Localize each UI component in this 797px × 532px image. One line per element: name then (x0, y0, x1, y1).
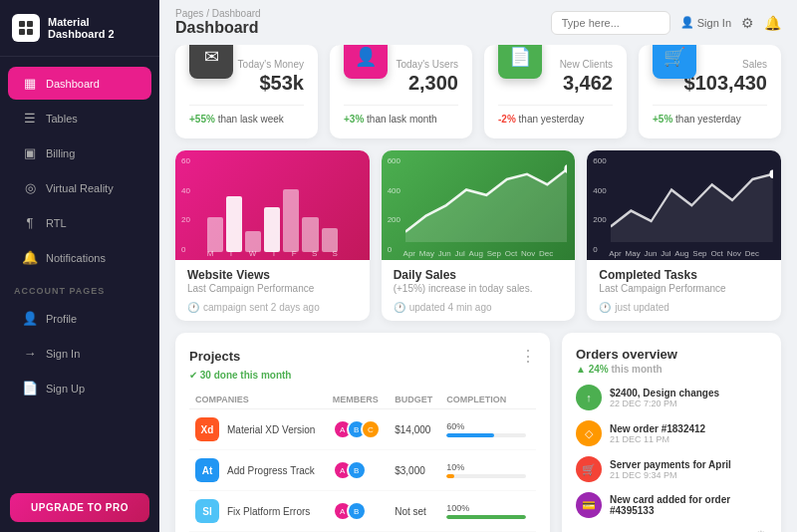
project-row-name: Sl Fix Platform Errors (195, 499, 321, 523)
stat-change-pct: +3% (344, 114, 364, 125)
chart-footer: 🕐 just updated (587, 298, 781, 321)
order-icon: 💳 (576, 492, 602, 518)
col-members: MEMBERS (327, 391, 389, 409)
order-name: New order #1832412 (610, 423, 767, 434)
chart-completed-tasks: 6004002000 AprMayJunJulAugSepOctNovDec C… (587, 150, 781, 321)
settings-icon[interactable]: ⚙ (741, 15, 754, 31)
breadcrumb: Pages / Dashboard (175, 8, 261, 19)
order-item: 🛒 Server payments for April 21 DEC 9:34 … (576, 456, 767, 482)
sidebar-item-dashboard[interactable]: ▦ Dashboard (8, 67, 151, 100)
sidebar-item-rtl[interactable]: ¶ RTL (8, 206, 151, 239)
svg-rect-1 (27, 21, 33, 27)
sidebar-item-profile[interactable]: 👤 Profile (8, 302, 151, 335)
sidebar-item-virtual-reality[interactable]: ◎ Virtual Reality (8, 171, 151, 204)
table-row: Xd Material XD Version ABC $14,000 60% (189, 409, 536, 450)
order-icon: ◇ (576, 420, 602, 446)
clock-icon: 🕐 (394, 302, 405, 313)
progress-bar (446, 474, 526, 478)
sidebar-item-tables[interactable]: ☰ Tables (8, 102, 151, 134)
profile-icon: 👤 (22, 311, 38, 326)
sidebar-item-label: RTL (46, 217, 67, 229)
projects-card: Projects ⋮ ✔ 30 done this month COMPANIE… (175, 333, 550, 532)
table-row: Sl Fix Platform Errors AB Not set 100% (189, 491, 536, 532)
member-avatars: ABC (333, 419, 383, 439)
projects-table: COMPANIES MEMBERS BUDGET COMPLETION Xd M… (189, 391, 536, 532)
stat-change-pct: -2% (498, 114, 516, 125)
order-text: New order #1832412 21 DEC 11 PM (610, 423, 767, 444)
orders-list: ↑ $2400, Design changes 22 DEC 7:20 PM ◇… (576, 385, 767, 518)
signin-link[interactable]: 👤 Sign In (680, 16, 731, 29)
stat-card: 📄 New Clients 3,462 -2% than yesterday (484, 45, 627, 138)
stat-change-pct: +5% (653, 114, 672, 125)
sidebar-item-label: Billing (46, 147, 75, 159)
project-logo: Xd (195, 417, 219, 441)
sidebar-item-label: Sign Up (46, 383, 85, 395)
topbar-left: Pages / Dashboard Dashboard (175, 8, 261, 37)
sidebar-item-billing[interactable]: ▣ Billing (8, 136, 151, 169)
rtl-icon: ¶ (22, 215, 38, 230)
content-area: ✉ Today's Money $53k +55% than lask week… (159, 45, 797, 532)
project-row-name: Xd Material XD Version (195, 417, 321, 441)
order-date: 22 DEC 7:20 PM (610, 399, 767, 408)
sidebar-item-label: Sign In (46, 348, 80, 360)
more-icon[interactable]: ⋮ (520, 347, 536, 366)
progress-fill (446, 474, 454, 478)
clock-icon: 🕐 (599, 302, 611, 313)
progress-bar (446, 515, 526, 519)
sidebar-item-label: Notifications (46, 252, 106, 264)
sidebar-nav: ▦ Dashboard ☰ Tables ▣ Billing ◎ Virtual… (0, 57, 159, 483)
sidebar-item-label: Profile (46, 313, 77, 325)
completion-cell: 10% (440, 450, 536, 491)
stat-card: ✉ Today's Money $53k +55% than lask week (175, 45, 318, 138)
project-name-cell: At Add Progress Track (189, 450, 327, 491)
main-area: Pages / Dashboard Dashboard 👤 Sign In ⚙ … (159, 0, 797, 532)
stat-icon: 👤 (344, 45, 388, 79)
sidebar-item-signup[interactable]: 📄 Sign Up (8, 372, 151, 404)
members-cell: AB (327, 491, 389, 532)
order-name: Server payments for April (610, 459, 767, 470)
vr-icon: ◎ (22, 180, 38, 195)
upgrade-button[interactable]: UPGRADE TO PRO (10, 493, 149, 522)
member-avatars: AB (333, 460, 383, 480)
chart-subtitle: (+15%) increase in today sales. (394, 283, 564, 294)
sidebar-item-signin[interactable]: → Sign In (8, 337, 151, 370)
signin-icon: → (22, 346, 38, 361)
sidebar-item-label: Dashboard (46, 78, 100, 90)
project-name: Fix Platform Errors (227, 506, 310, 517)
stat-icon: 📄 (498, 45, 542, 79)
stat-icon: 🛒 (653, 45, 696, 79)
completion-cell: 100% (440, 491, 536, 532)
order-text: $2400, Design changes 22 DEC 7:20 PM (610, 388, 767, 408)
table-row: At Add Progress Track AB $3,000 10% (189, 450, 536, 491)
page-title: Dashboard (175, 19, 261, 37)
budget-cell: Not set (389, 491, 440, 532)
chart-footer: 🕐 updated 4 min ago (382, 298, 576, 321)
stat-change-text: than lask week (218, 114, 284, 125)
account-section-label: ACCOUNT PAGES (0, 276, 159, 300)
chart-subtitle: Last Campaign Performance (187, 283, 358, 294)
chart-website-views: 6040200 MTWTFSS (175, 150, 370, 321)
notification-bell-icon[interactable]: 🔔 (764, 15, 781, 31)
line-chart-svg (405, 158, 568, 242)
search-input[interactable] (551, 11, 670, 35)
svg-rect-0 (19, 21, 25, 27)
progress-bar (446, 433, 526, 437)
user-icon: 👤 (680, 16, 694, 29)
col-budget: BUDGET (389, 391, 440, 409)
chart-title: Completed Tasks (599, 268, 769, 282)
sidebar-item-label: Virtual Reality (46, 182, 114, 194)
project-name: Add Progress Track (227, 465, 315, 476)
project-name: Material XD Version (227, 424, 315, 435)
member-avatar: C (361, 419, 381, 439)
svg-rect-3 (27, 29, 33, 35)
completion-cell: 60% (440, 409, 536, 450)
tables-icon: ☰ (22, 111, 38, 126)
sidebar-item-notifications[interactable]: 🔔 Notifications (8, 241, 151, 274)
stat-change: +3% than lask month (344, 105, 458, 125)
stat-change-text: than yesterday (675, 114, 741, 125)
svg-rect-2 (19, 29, 25, 35)
stat-change: -2% than yesterday (498, 105, 613, 125)
order-name: New card added for order #4395133 (610, 494, 767, 516)
gear-icon[interactable]: ⚙ (755, 528, 767, 532)
billing-icon: ▣ (22, 145, 38, 160)
